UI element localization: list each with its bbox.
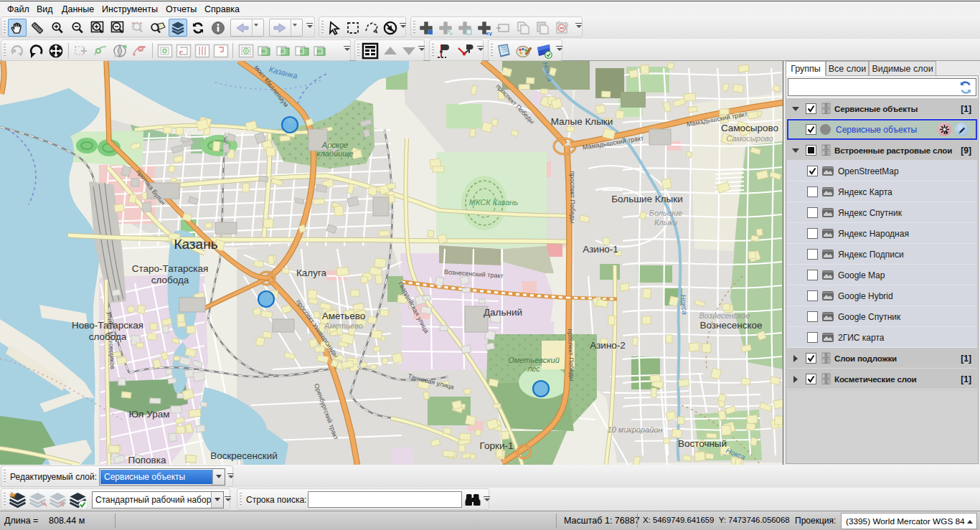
svg-text:кладбище: кладбище	[316, 149, 353, 158]
svg-text:Ометьевский: Ометьевский	[508, 356, 560, 364]
svg-text:x: x	[13, 47, 17, 54]
svg-text:Юл Урам: Юл Урам	[129, 409, 170, 420]
svg-text:Вознесенское: Вознесенское	[699, 320, 762, 331]
svg-text:Арское: Арское	[321, 141, 348, 149]
svg-text:Вознесенское: Вознесенское	[699, 311, 750, 320]
svg-text:Дальний: Дальний	[484, 307, 522, 318]
svg-text:Воскресенский: Воскресенский	[210, 450, 278, 461]
svg-text:Самосырово: Самосырово	[721, 123, 778, 133]
svg-text:Самосырово: Самосырово	[726, 134, 773, 143]
svg-text:Азино-2: Азино-2	[590, 340, 626, 351]
svg-text:Горки-1: Горки-1	[480, 440, 514, 451]
svg-text:Азино-1: Азино-1	[583, 244, 618, 255]
svg-text:проспект Победы: проспект Победы	[569, 171, 576, 224]
svg-text:Аметьево: Аметьево	[324, 321, 363, 330]
svg-text:лес: лес	[527, 364, 540, 373]
svg-text:Поповка: Поповка	[128, 455, 166, 465]
svg-text:Малые Клыки: Малые Клыки	[551, 116, 613, 127]
svg-text:МКСК Казань: МКСК Казань	[469, 198, 519, 207]
svg-text:Старо-Татарская: Старо-Татарская	[132, 263, 208, 274]
svg-text:слобода: слобода	[151, 275, 189, 285]
svg-text:Казань: Казань	[174, 237, 217, 252]
svg-text:Калуга: Калуга	[296, 268, 327, 278]
svg-text:Большие Клыки: Большие Клыки	[611, 194, 683, 204]
svg-text:Клыки: Клыки	[654, 218, 677, 227]
svg-text:Большие: Большие	[649, 209, 682, 217]
svg-text:Аметьево: Аметьево	[322, 311, 366, 321]
svg-text:Восточный: Восточный	[678, 438, 727, 449]
svg-text:10 микрорайон: 10 микрорайон	[608, 425, 663, 434]
svg-text:xy: xy	[486, 30, 492, 36]
